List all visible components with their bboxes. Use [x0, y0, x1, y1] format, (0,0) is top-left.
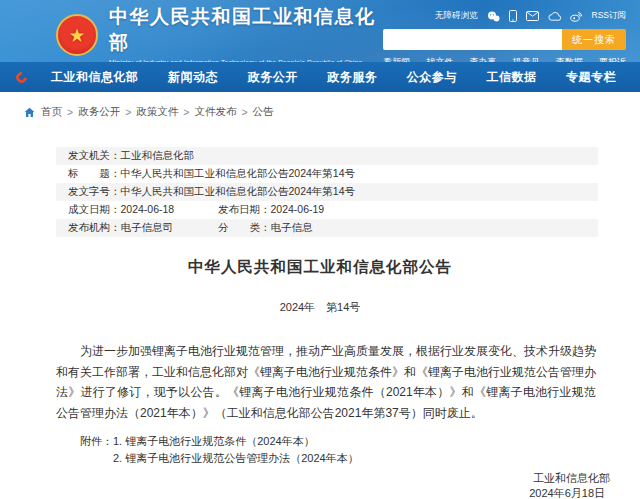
nav-item-special-topics[interactable]: 专题专栏 — [566, 69, 616, 86]
quick-link-data[interactable]: 查数据 — [556, 56, 583, 62]
breadcrumb-file-release[interactable]: 文件发布 — [194, 105, 236, 119]
nav-item-home[interactable]: 工业和信息化部 — [51, 69, 139, 86]
written-date-value: 2024-06-18 — [121, 203, 175, 217]
nav-item-gov-services[interactable]: 政务服务 — [327, 69, 377, 86]
quick-link-complaint[interactable]: 要投诉 — [599, 56, 626, 62]
breadcrumb-home[interactable]: 首页 — [41, 105, 62, 119]
nav-item-news[interactable]: 新闻动态 — [168, 69, 218, 86]
meta-row-title: 标 题：中华人民共和国工业和信息化部公告2024年第14号 — [56, 165, 598, 183]
category-value: 电子信息 — [271, 221, 313, 235]
quick-link-files[interactable]: 找文件 — [426, 56, 453, 62]
nav-item-data[interactable]: 工信数据 — [486, 69, 536, 86]
weibo-icon[interactable] — [570, 11, 583, 22]
meta-row-issuing-agency: 发文机关：工业和信息化部 — [56, 147, 598, 165]
breadcrumb-gov-disclosure[interactable]: 政务公开 — [78, 105, 120, 119]
publish-org-value: 电子信息司 — [121, 221, 174, 235]
document-meta-table: 发文机关：工业和信息化部 标 题：中华人民共和国工业和信息化部公告2024年第1… — [56, 147, 598, 237]
site-logo[interactable]: ★ 中华人民共和国工业和信息化部 Ministry of Industry an… — [56, 8, 383, 62]
issuing-agency-value: 工业和信息化部 — [121, 149, 195, 163]
breadcrumb-policy-files[interactable]: 政策文件 — [136, 105, 178, 119]
search-input[interactable] — [383, 29, 562, 50]
mini-emblem-icon[interactable] — [14, 69, 29, 84]
signature-date: 2024年6月18日 — [0, 486, 610, 499]
quick-link-services[interactable]: 查办事 — [470, 56, 497, 62]
quick-link-news[interactable]: 看新闻 — [383, 56, 410, 62]
signature-org: 工业和信息化部 — [0, 471, 610, 486]
announcement-issue-number: 2024年 第14号 — [0, 300, 640, 315]
breadcrumb-announcement[interactable]: 公告 — [253, 105, 274, 119]
site-header: ★ 中华人民共和国工业和信息化部 Ministry of Industry an… — [0, 0, 640, 62]
mail-icon[interactable] — [526, 11, 539, 21]
meta-row-org-category: 发布机构：电子信息司 分 类：电子信息 — [56, 219, 598, 237]
national-emblem-icon: ★ — [56, 14, 98, 56]
breadcrumb: 首页 > 政务公开 > 政策文件 > 文件发布 > 公告 — [0, 92, 640, 119]
mobile-icon[interactable] — [509, 10, 517, 22]
attachments: 附件： 1. 锂离子电池行业规范条件（2024年本） 2. 锂离子电池行业规范公… — [80, 433, 596, 467]
quick-link-suggest[interactable]: 提意见 — [513, 56, 540, 62]
meta-row-doc-number: 发文字号：中华人民共和国工业和信息化部公告2024年第14号 — [56, 183, 598, 201]
nav-item-gov-disclosure[interactable]: 政务公开 — [248, 69, 298, 86]
attachments-label: 附件： — [80, 433, 113, 467]
announcement-title: 中华人民共和国工业和信息化部公告 — [0, 257, 640, 278]
doc-number-value: 中华人民共和国工业和信息化部公告2024年第14号 — [121, 185, 356, 199]
rss-link[interactable]: RSS订阅 — [592, 10, 626, 22]
accessibility-link[interactable]: 无障碍浏览 — [435, 10, 478, 22]
attachment-link-2[interactable]: 2. 锂离子电池行业规范公告管理办法（2024年本） — [113, 450, 359, 467]
quick-links: 看新闻 找文件 查办事 提意见 查数据 要投诉 — [383, 56, 626, 62]
header-right-tools: 无障碍浏览 RSS订阅 统一搜 — [383, 8, 626, 62]
announcement-body: 为进一步加强锂离子电池行业规范管理，推动产业高质量发展，根据行业发展变化、技术升… — [56, 341, 596, 423]
doc-title-value: 中华人民共和国工业和信息化部公告2024年第14号 — [121, 167, 356, 181]
meta-row-dates: 成文日期：2024-06-18 发布日期：2024-06-19 — [56, 201, 598, 219]
home-icon — [24, 107, 35, 118]
site-subtitle-english: Ministry of Industry and Information Tec… — [109, 59, 383, 62]
nav-item-public-participation[interactable]: 公众参与 — [407, 69, 457, 86]
wechat-icon[interactable] — [487, 11, 500, 22]
site-title: 中华人民共和国工业和信息化部 — [109, 4, 383, 56]
signature-block: 工业和信息化部 2024年6月18日 — [0, 471, 610, 499]
cloud-icon[interactable] — [548, 12, 561, 21]
publish-date-value: 2024-06-19 — [271, 203, 325, 217]
search-button[interactable]: 统一搜索 — [562, 29, 626, 50]
main-nav: 工业和信息化部 新闻动态 政务公开 政务服务 公众参与 工信数据 专题专栏 — [0, 62, 640, 92]
attachment-link-1[interactable]: 1. 锂离子电池行业规范条件（2024年本） — [113, 433, 359, 450]
